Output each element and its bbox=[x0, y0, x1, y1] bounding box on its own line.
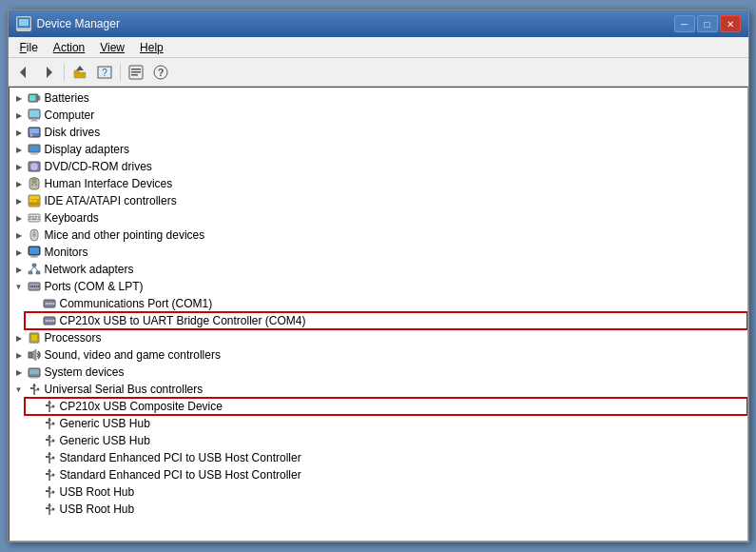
tree-item-processors[interactable]: ▶ Processors bbox=[10, 329, 747, 346]
device-tree[interactable]: ▶ Batteries ▶ bbox=[9, 87, 748, 542]
svg-rect-63 bbox=[36, 271, 40, 274]
svg-marker-111 bbox=[48, 418, 51, 421]
icon-disk-drives bbox=[27, 125, 42, 140]
expand-monitors[interactable]: ▶ bbox=[11, 245, 27, 260]
label-keyboards: Keyboards bbox=[45, 211, 99, 225]
minimize-button[interactable]: ─ bbox=[674, 15, 695, 32]
svg-point-81 bbox=[48, 320, 50, 322]
expand-computer[interactable]: ▶ bbox=[11, 108, 27, 123]
svg-point-82 bbox=[50, 320, 52, 322]
show-hidden-button[interactable]: ? bbox=[93, 62, 116, 83]
maximize-button[interactable]: □ bbox=[697, 15, 718, 32]
tree-item-pci-usb2[interactable]: ▶ Standard Enhanced PCI to USB Host Cont… bbox=[25, 466, 747, 483]
expand-processors[interactable]: ▶ bbox=[11, 330, 27, 345]
tree-item-ide[interactable]: ▶ IDE ATA/ATAPI controllers bbox=[10, 192, 747, 209]
expand-disk-drives[interactable]: ▶ bbox=[11, 125, 27, 140]
svg-rect-61 bbox=[32, 264, 36, 266]
icon-ide bbox=[27, 193, 42, 208]
svg-marker-141 bbox=[48, 503, 51, 506]
expand-dvd[interactable]: ▶ bbox=[11, 159, 27, 174]
label-computer: Computer bbox=[45, 108, 95, 122]
label-batteries: Batteries bbox=[45, 91, 89, 105]
expand-mice[interactable]: ▶ bbox=[11, 227, 27, 243]
label-ide: IDE ATA/ATAPI controllers bbox=[45, 194, 177, 207]
svg-rect-12 bbox=[131, 71, 141, 73]
tree-item-system[interactable]: ▶ System devices bbox=[10, 364, 747, 381]
tree-item-computer[interactable]: ▶ Computer bbox=[10, 107, 747, 124]
help-button[interactable]: ? bbox=[149, 62, 172, 83]
tree-item-generic-hub2[interactable]: ▶ Generic USB Hub bbox=[25, 432, 747, 449]
expand-batteries[interactable]: ▶ bbox=[11, 90, 27, 106]
tree-item-dvd[interactable]: ▶ DVD/CD-ROM drives bbox=[10, 158, 747, 175]
tree-item-generic-hub1[interactable]: ▶ Generic USB Hub bbox=[25, 415, 747, 432]
svg-point-69 bbox=[33, 286, 35, 287]
expand-ide[interactable]: ▶ bbox=[11, 193, 27, 208]
expand-usb[interactable]: ▼ bbox=[11, 382, 27, 397]
icon-display-adapters bbox=[27, 142, 42, 157]
tree-item-sound[interactable]: ▶ Sound, video and game controllers bbox=[10, 346, 747, 364]
svg-rect-92 bbox=[29, 352, 32, 358]
svg-text:?: ? bbox=[157, 67, 164, 78]
svg-point-35 bbox=[33, 167, 34, 168]
tree-item-disk-drives[interactable]: ▶ Disk drives bbox=[10, 124, 747, 141]
expand-hid[interactable]: ▶ bbox=[11, 176, 27, 191]
tree-item-pci-usb1[interactable]: ▶ Standard Enhanced PCI to USB Host Cont… bbox=[25, 449, 747, 466]
main-content: ▶ Batteries ▶ bbox=[9, 87, 748, 542]
svg-rect-23 bbox=[30, 121, 38, 122]
tree-item-mice[interactable]: ▶ Mice and other pointing devices bbox=[10, 227, 747, 244]
tree-item-usb[interactable]: ▼ Universal Serial Bus controllers bbox=[10, 381, 747, 398]
tree-item-ports[interactable]: ▼ Ports (COM & LPT) bbox=[10, 278, 747, 295]
tree-item-cp210x-com4[interactable]: ▶ CP210x USB to UART Bridge Controller (… bbox=[25, 312, 747, 329]
svg-rect-85 bbox=[30, 335, 37, 342]
menu-file[interactable]: File bbox=[12, 39, 46, 56]
tree-item-batteries[interactable]: ▶ Batteries bbox=[10, 89, 747, 107]
expand-ports[interactable]: ▼ bbox=[11, 279, 27, 294]
tree-item-usb-root2[interactable]: ▶ USB Root Hub bbox=[25, 501, 747, 518]
label-usb-root2: USB Root Hub bbox=[60, 503, 135, 516]
label-pci-usb1: Standard Enhanced PCI to USB Host Contro… bbox=[60, 451, 301, 464]
label-network: Network adapters bbox=[45, 263, 134, 276]
properties-button[interactable] bbox=[125, 62, 147, 83]
svg-point-101 bbox=[36, 388, 39, 391]
svg-point-67 bbox=[29, 286, 31, 287]
svg-point-77 bbox=[52, 303, 54, 305]
forward-button[interactable] bbox=[37, 62, 60, 83]
expand-sound[interactable]: ▶ bbox=[11, 347, 27, 363]
expand-network[interactable]: ▶ bbox=[11, 262, 27, 277]
svg-point-71 bbox=[37, 286, 39, 287]
window-title: Device Manager bbox=[37, 17, 120, 30]
toolbar: ? ? bbox=[9, 58, 748, 87]
svg-marker-3 bbox=[20, 67, 26, 78]
tree-item-display-adapters[interactable]: ▶ Display adapters bbox=[10, 141, 747, 158]
svg-point-143 bbox=[51, 508, 54, 511]
expand-keyboards[interactable]: ▶ bbox=[11, 210, 27, 226]
tree-item-keyboards[interactable]: ▶ Keyboards bbox=[10, 209, 747, 227]
tree-item-usb-root1[interactable]: ▶ USB Root Hub bbox=[25, 483, 747, 501]
svg-point-125 bbox=[51, 457, 54, 460]
tree-item-hid[interactable]: ▶ Human Interface Devices bbox=[10, 175, 747, 192]
svg-point-107 bbox=[51, 405, 54, 408]
label-cp210x-com4: CP210x USB to UART Bridge Controller (CO… bbox=[60, 314, 306, 327]
tree-item-cp210x-usb[interactable]: ▶ CP210x USB Composite Device bbox=[25, 398, 747, 415]
svg-rect-25 bbox=[29, 128, 39, 133]
back-button[interactable] bbox=[12, 62, 35, 83]
expand-display-adapters[interactable]: ▶ bbox=[11, 142, 27, 157]
expand-system[interactable]: ▶ bbox=[11, 365, 27, 380]
title-buttons: ─ □ ✕ bbox=[674, 15, 741, 32]
label-sound: Sound, video and game controllers bbox=[45, 348, 221, 362]
svg-rect-30 bbox=[32, 152, 36, 154]
menu-view[interactable]: View bbox=[92, 39, 132, 56]
up-button[interactable] bbox=[68, 62, 91, 83]
tree-item-network[interactable]: ▶ Network adapters bbox=[10, 261, 747, 278]
close-button[interactable]: ✕ bbox=[720, 15, 741, 32]
menu-bar: File Action View Help bbox=[9, 37, 748, 58]
tree-item-monitors[interactable]: ▶ Monitors bbox=[10, 244, 747, 261]
menu-action[interactable]: Action bbox=[46, 39, 92, 56]
icon-cp210x-usb bbox=[42, 399, 57, 414]
menu-help[interactable]: Help bbox=[132, 39, 171, 56]
icon-usb bbox=[27, 382, 42, 397]
tree-item-com1[interactable]: ▶ Communications Port (COM1) bbox=[25, 295, 747, 312]
svg-rect-2 bbox=[18, 28, 29, 30]
icon-monitors bbox=[27, 245, 42, 260]
icon-processors bbox=[27, 330, 42, 345]
